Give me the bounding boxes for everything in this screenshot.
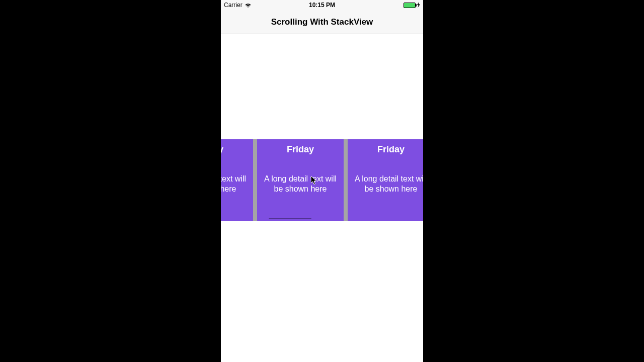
page-title: Scrolling With StackView <box>271 17 373 27</box>
battery-icon <box>404 3 416 8</box>
navigation-bar: Scrolling With StackView <box>221 10 423 34</box>
card-detail: A long detail text will be shown here <box>351 174 423 194</box>
horizontal-scrollview[interactable]: Friday A long detail text will be shown … <box>221 139 423 221</box>
card-detail: A long detail text will be shown here <box>260 174 341 194</box>
carrier-label: Carrier <box>224 2 243 9</box>
status-time: 10:15 PM <box>309 2 335 9</box>
day-card[interactable]: Friday A long detail text will be shown … <box>348 139 423 221</box>
card-title: Friday <box>351 144 423 155</box>
scroll-indicator <box>269 218 311 220</box>
day-card[interactable]: Friday A long detail text will be shown … <box>221 139 253 221</box>
status-left: Carrier <box>224 2 252 9</box>
phone-screen: Carrier 10:15 PM Scrolling With StackVie… <box>221 0 423 362</box>
wifi-icon <box>245 3 252 8</box>
card-title: Friday <box>221 144 250 155</box>
status-right <box>404 2 420 9</box>
day-card[interactable]: Friday A long detail text will be shown … <box>257 139 344 221</box>
charging-icon <box>417 2 420 9</box>
card-title: Friday <box>260 144 341 155</box>
content-area: Friday A long detail text will be shown … <box>221 34 423 362</box>
card-detail: A long detail text will be shown here <box>221 174 250 194</box>
stack-view: Friday A long detail text will be shown … <box>221 139 423 221</box>
status-bar: Carrier 10:15 PM <box>221 0 423 10</box>
